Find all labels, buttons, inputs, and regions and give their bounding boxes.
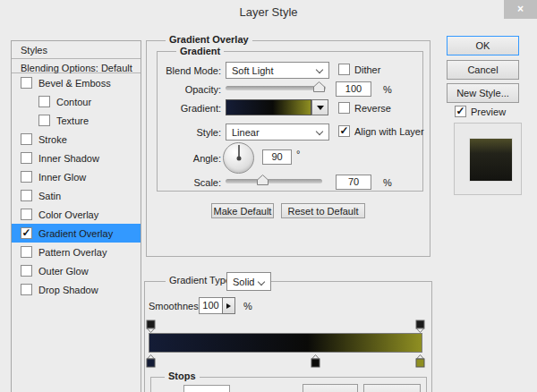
dropdown-arrow-icon bbox=[317, 106, 324, 110]
scale-input[interactable]: 70 bbox=[336, 175, 371, 190]
checkbox[interactable] bbox=[21, 133, 32, 145]
checkbox[interactable] bbox=[38, 96, 50, 107]
stop-action-button-1[interactable] bbox=[303, 384, 358, 392]
opacity-stop-left[interactable] bbox=[146, 320, 156, 333]
reverse-checkbox[interactable] bbox=[338, 102, 350, 114]
checkbox[interactable] bbox=[21, 152, 32, 164]
smoothness-unit: % bbox=[243, 301, 252, 311]
checkbox[interactable] bbox=[21, 171, 32, 183]
gradient-picker-button[interactable] bbox=[311, 99, 328, 115]
sidebar-item-outer-glow[interactable]: Outer Glow bbox=[12, 261, 141, 280]
opacity-input[interactable]: 100 bbox=[336, 81, 371, 97]
sidebar-item-label: Texture bbox=[56, 115, 89, 126]
angle-dial[interactable] bbox=[223, 142, 254, 174]
stop-value-input[interactable] bbox=[183, 385, 230, 392]
sidebar-item-gradient-overlay[interactable]: ✓Gradient Overlay bbox=[12, 224, 141, 243]
sidebar-item-satin[interactable]: Satin bbox=[12, 186, 141, 205]
close-button[interactable]: × bbox=[504, 0, 537, 19]
scale-unit: % bbox=[383, 177, 392, 188]
sidebar-item-blending-options[interactable]: Blending Options: Default bbox=[12, 59, 141, 73]
sidebar-item-drop-shadow[interactable]: Drop Shadow bbox=[12, 280, 141, 299]
opacity-label: Opacity: bbox=[143, 84, 221, 95]
checkbox[interactable] bbox=[21, 77, 32, 89]
layer-style-dialog: Layer Style × Styles Blending Options: D… bbox=[0, 0, 537, 392]
opacity-slider-thumb[interactable] bbox=[313, 81, 325, 92]
make-default-button[interactable]: Make Default bbox=[211, 203, 274, 218]
reverse-checkbox-row[interactable]: Reverse bbox=[338, 102, 391, 114]
dither-checkbox[interactable] bbox=[338, 64, 350, 75]
spinner-right-icon bbox=[226, 303, 231, 309]
dither-checkbox-row[interactable]: Dither bbox=[338, 64, 380, 75]
checkbox[interactable] bbox=[21, 209, 32, 220]
styles-sidebar: Styles Blending Options: Default Bevel &… bbox=[11, 40, 141, 392]
align-with-layer-checkbox-row[interactable]: ✓ Align with Layer bbox=[338, 125, 424, 137]
sidebar-item-label: Color Overlay bbox=[38, 209, 98, 220]
sidebar-item-label: Inner Glow bbox=[38, 172, 86, 183]
angle-dial-center bbox=[236, 156, 241, 160]
cancel-button[interactable]: Cancel bbox=[447, 60, 519, 80]
checkbox[interactable] bbox=[21, 246, 32, 258]
checkbox[interactable] bbox=[21, 190, 32, 201]
color-stop-mid[interactable] bbox=[311, 354, 320, 368]
preview-thumbnail bbox=[469, 138, 513, 182]
style-select[interactable]: Linear bbox=[226, 124, 329, 141]
gradient-editor-bar[interactable] bbox=[149, 333, 422, 353]
smoothness-spinner-button[interactable] bbox=[222, 297, 235, 314]
preview-thumbnail-panel bbox=[454, 123, 522, 195]
scale-label: Scale: bbox=[143, 177, 221, 188]
dither-label: Dither bbox=[354, 64, 380, 75]
sidebar-item-texture[interactable]: Texture bbox=[12, 111, 141, 130]
sidebar-styles-header: Styles bbox=[12, 41, 141, 59]
angle-unit: ° bbox=[296, 149, 300, 159]
checkbox[interactable] bbox=[21, 265, 32, 277]
color-stop-start[interactable] bbox=[146, 354, 156, 368]
sidebar-item-contour[interactable]: Contour bbox=[12, 92, 141, 111]
gradient-swatch[interactable] bbox=[226, 99, 311, 115]
sidebar-item-label: Pattern Overlay bbox=[38, 247, 107, 258]
sidebar-item-label: Contour bbox=[56, 97, 91, 107]
sidebar-item-color-overlay[interactable]: Color Overlay bbox=[12, 205, 141, 224]
blend-mode-select[interactable]: Soft Light bbox=[226, 62, 329, 79]
sidebar-item-label: Stroke bbox=[38, 134, 67, 145]
sidebar-item-bevel-emboss[interactable]: Bevel & Emboss bbox=[12, 73, 141, 92]
scale-slider-thumb[interactable] bbox=[257, 175, 268, 185]
sidebar-item-label: Outer Glow bbox=[38, 266, 89, 277]
stops-title: Stops bbox=[165, 371, 200, 381]
ok-button[interactable]: OK bbox=[447, 36, 519, 55]
scale-slider[interactable] bbox=[226, 179, 322, 183]
gradient-label: Gradient: bbox=[143, 103, 221, 114]
preview-label: Preview bbox=[471, 107, 506, 117]
opacity-stop-right[interactable] bbox=[415, 320, 425, 333]
opacity-slider[interactable] bbox=[226, 86, 326, 90]
new-style-button[interactable]: New Style... bbox=[447, 83, 519, 103]
checkbox-checked[interactable]: ✓ bbox=[21, 227, 32, 239]
style-label: Style: bbox=[143, 127, 221, 138]
reset-to-default-button[interactable]: Reset to Default bbox=[281, 203, 365, 218]
sidebar-item-inner-shadow[interactable]: Inner Shadow bbox=[12, 149, 141, 167]
gradient-type-value: Solid bbox=[233, 277, 254, 287]
sidebar-item-label: Inner Shadow bbox=[38, 153, 99, 164]
sidebar-item-pattern-overlay[interactable]: Pattern Overlay bbox=[12, 243, 141, 261]
checkbox[interactable] bbox=[21, 284, 32, 295]
align-with-layer-checkbox[interactable]: ✓ bbox=[338, 125, 350, 137]
smoothness-label: Smoothness: bbox=[149, 301, 206, 311]
align-with-layer-label: Align with Layer bbox=[354, 126, 424, 137]
preview-checkbox[interactable]: ✓ bbox=[455, 106, 466, 117]
sidebar-item-label: Gradient Overlay bbox=[38, 228, 113, 239]
angle-input[interactable]: 90 bbox=[262, 149, 292, 165]
stop-action-button-2[interactable] bbox=[363, 384, 421, 392]
checkbox[interactable] bbox=[38, 115, 50, 126]
angle-label: Angle: bbox=[143, 153, 221, 164]
preview-checkbox-row[interactable]: ✓ Preview bbox=[455, 106, 506, 117]
sidebar-item-inner-glow[interactable]: Inner Glow bbox=[12, 167, 141, 186]
color-stop-end[interactable] bbox=[415, 354, 425, 368]
sidebar-item-stroke[interactable]: Stroke bbox=[12, 130, 141, 149]
close-icon: × bbox=[517, 3, 524, 15]
reverse-label: Reverse bbox=[354, 103, 391, 114]
opacity-unit: % bbox=[383, 84, 392, 95]
blend-mode-label: Blend Mode: bbox=[143, 65, 221, 76]
smoothness-input[interactable]: 100 bbox=[199, 297, 223, 314]
gradient-type-select[interactable]: Solid bbox=[226, 272, 271, 291]
sidebar-item-label: Satin bbox=[38, 191, 61, 201]
sidebar-item-label: Bevel & Emboss bbox=[38, 78, 111, 89]
